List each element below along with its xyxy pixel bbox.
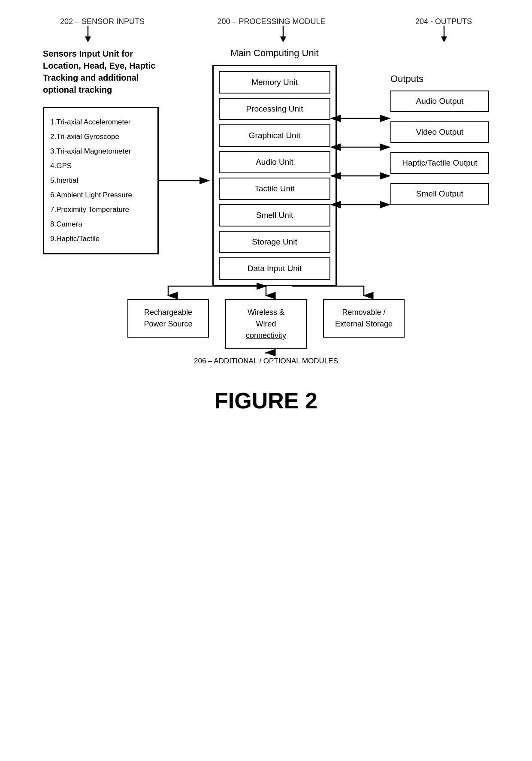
left-column: Sensors Input Unit for Location, Head, E…	[43, 48, 159, 254]
main-computing-title: Main Computing Unit	[230, 48, 318, 59]
sensor-list-box: 1.Tri-axial Accelerometer 2.Tri-axial Gy…	[43, 107, 159, 254]
unit-processing: Processing Unit	[219, 98, 330, 120]
right-column: Outputs Audio Output Video Output Haptic…	[390, 73, 489, 205]
removable-storage-box: Removable / External Storage	[323, 299, 405, 338]
connectivity-box: Wireless & Wired connectivity	[225, 299, 307, 349]
unit-data-input: Data Input Unit	[219, 257, 330, 280]
bottom-section: Rechargeable Power Source Wireless & Wir…	[26, 299, 506, 349]
power-source-text: Rechargeable Power Source	[144, 308, 192, 328]
output-video: Video Output	[390, 121, 489, 143]
output-audio: Audio Output	[390, 91, 489, 112]
power-source-box: Rechargeable Power Source	[127, 299, 209, 338]
center-column: Main Computing Unit Memory Unit Processi…	[212, 48, 337, 286]
sensor-item-8: 8.Camera	[50, 217, 151, 232]
sensor-header-label: 202 – SENSOR INPUTS	[60, 17, 145, 26]
unit-smell: Smell Unit	[219, 204, 330, 226]
processing-arrow-down	[277, 26, 290, 43]
unit-tactile: Tactile Unit	[219, 178, 330, 200]
output-smell: Smell Output	[390, 183, 489, 205]
diagram-container: 202 – SENSOR INPUTS 200 – PROCESSING MOD…	[0, 0, 532, 761]
sensor-item-7: 7.Proximity Temperature	[50, 202, 151, 217]
output-haptic: Haptic/Tactile Output	[390, 152, 489, 174]
svg-marker-3	[280, 36, 286, 42]
figure-label: FIGURE 2	[26, 388, 506, 414]
sensor-item-9: 9.Haptic/Tactile	[50, 232, 151, 246]
unit-audio: Audio Unit	[219, 151, 330, 173]
unit-storage: Storage Unit	[219, 231, 330, 253]
svg-marker-5	[441, 36, 447, 42]
additional-modules-label: 206 – ADDITIONAL / OPTIONAL MODULES	[26, 356, 506, 366]
sensor-item-2: 2.Tri-axial Gyroscope	[50, 130, 151, 144]
sensor-title: Sensors Input Unit for Location, Head, E…	[43, 48, 159, 96]
outputs-arrow-down	[438, 26, 450, 43]
sensor-item-5: 5.Inertial	[50, 173, 151, 188]
connectivity-line2: Wired	[256, 320, 276, 328]
sensor-item-4: 4.GPS	[50, 159, 151, 173]
main-outer-box: Memory Unit Processing Unit Graphical Un…	[212, 65, 337, 286]
sensor-arrow-down	[82, 26, 94, 43]
connectivity-line3: connectivity	[246, 331, 286, 340]
sensor-item-1: 1.Tri-axial Accelerometer	[50, 115, 151, 130]
svg-marker-1	[85, 36, 91, 42]
sensor-item-6: 6.Ambient Light Pressure	[50, 188, 151, 202]
processing-header-label: 200 – PROCESSING MODULE	[217, 17, 325, 26]
unit-graphical: Graphical Unit	[219, 124, 330, 147]
additional-modules-text: 206 – ADDITIONAL / OPTIONAL MODULES	[194, 357, 338, 365]
outputs-title: Outputs	[390, 73, 489, 85]
connectivity-line1: Wireless &	[248, 308, 284, 317]
sensor-item-3: 3.Tri-axial Magnetometer	[50, 144, 151, 159]
outputs-header-label: 204 - OUTPUTS	[415, 17, 472, 26]
unit-memory: Memory Unit	[219, 71, 330, 94]
